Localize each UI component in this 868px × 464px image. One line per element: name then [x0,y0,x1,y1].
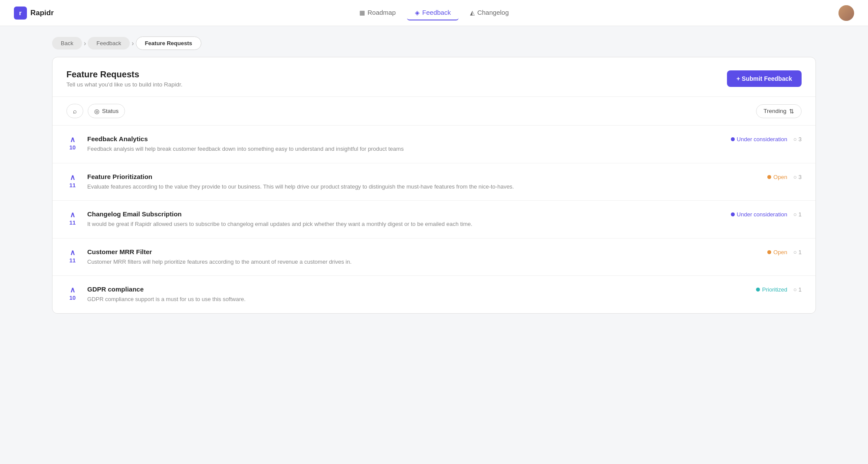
feedback-title: GDPR compliance [87,285,747,293]
search-icon [73,107,77,115]
upvote-button[interactable] [70,211,75,219]
status-dot [731,212,735,216]
feedback-description: Customer MRR filters will help prioritiz… [87,258,759,266]
vote-section: 10 [66,135,79,151]
upvote-button[interactable] [70,249,75,256]
comment-number: 1 [799,211,802,218]
status-text: Under consideration [737,136,787,143]
status-badge: Open [767,174,787,180]
app-name: Rapidr [30,9,54,17]
vote-count: 10 [69,144,76,151]
status-text: Under consideration [737,211,787,218]
status-filter-label: Status [102,108,118,114]
changelog-icon [470,9,475,16]
feedback-title: Feedback Analytics [87,135,722,143]
feedback-meta: Open ○ 1 [767,248,802,255]
roadmap-icon [359,9,365,16]
comment-number: 1 [799,286,802,293]
card-header-text: Feature Requests Tell us what you'd like… [66,70,182,88]
feedback-body: GDPR compliance GDPR compliance support … [87,285,747,304]
feature-requests-card: Feature Requests Tell us what you'd like… [52,57,816,314]
feedback-item[interactable]: 10 Feedback Analytics Feedback analysis … [53,126,815,163]
filters-left: Status [66,104,125,118]
status-dot [767,175,771,179]
vote-section: 11 [66,248,79,264]
breadcrumb-feature-requests[interactable]: Feature Requests [136,36,201,50]
nav-changelog-label: Changelog [477,9,509,16]
sort-icon: ⇅ [789,108,794,115]
nav-roadmap-label: Roadmap [368,9,396,16]
feedback-body: Feedback Analytics Feedback analysis wil… [87,135,722,153]
feedback-description: It would be great if Rapidr allowed user… [87,220,722,229]
feedback-title: Customer MRR Filter [87,248,759,255]
comment-number: 3 [799,136,802,143]
search-button[interactable] [66,104,83,118]
main-content: Feature Requests Tell us what you'd like… [0,57,868,314]
comment-count: ○ 3 [793,136,802,143]
navbar: r Rapidr Roadmap Feedback Changelog [0,0,868,26]
feedback-meta: Under consideration ○ 1 [731,210,802,218]
status-badge: Prioritized [756,286,787,293]
upvote-button[interactable] [70,286,75,294]
comment-icon: ○ [793,286,797,293]
vote-count: 11 [69,257,76,264]
comment-number: 1 [799,249,802,255]
status-badge: Under consideration [731,136,787,143]
status-dot [756,288,760,292]
status-dot [731,137,735,141]
breadcrumb-arrow-1: › [84,40,86,47]
feedback-description: Evaluate features according to the value… [87,182,759,191]
status-badge: Under consideration [731,211,787,218]
sort-label: Trending [763,108,786,114]
status-dot [767,250,771,254]
nav-feedback-label: Feedback [422,9,451,16]
upvote-button[interactable] [70,136,75,143]
nav-changelog[interactable]: Changelog [462,5,517,20]
sort-button[interactable]: Trending ⇅ [756,104,802,118]
feedback-item[interactable]: 11 Changelog Email Subscription It would… [53,201,815,239]
comment-icon: ○ [793,136,797,143]
vote-count: 10 [69,295,76,301]
app-logo[interactable]: r Rapidr [14,7,54,20]
card-header: Feature Requests Tell us what you'd like… [53,57,815,97]
breadcrumb-arrow-2: › [132,40,134,47]
page-subtitle: Tell us what you'd like us to build into… [66,81,182,88]
feedback-description: Feedback analysis will help break custom… [87,145,722,153]
feedback-meta: Under consideration ○ 3 [731,135,802,143]
status-text: Prioritized [762,286,787,293]
comment-count: ○ 1 [793,211,802,218]
feedback-item[interactable]: 11 Customer MRR Filter Customer MRR filt… [53,239,815,276]
status-text: Open [773,174,787,180]
status-text: Open [773,249,787,255]
avatar[interactable] [838,5,854,21]
feedback-title: Feature Prioritization [87,173,759,180]
comment-icon: ○ [793,174,797,180]
submit-feedback-button[interactable]: + Submit Feedback [727,70,802,87]
feedback-meta: Prioritized ○ 1 [756,285,802,293]
status-filter-button[interactable]: Status [88,104,125,118]
vote-section: 11 [66,210,79,226]
avatar-image [838,5,854,21]
upvote-button[interactable] [70,174,75,181]
vote-section: 11 [66,173,79,189]
feedback-body: Changelog Email Subscription It would be… [87,210,722,229]
page-title: Feature Requests [66,70,182,80]
nav-roadmap[interactable]: Roadmap [352,5,404,20]
breadcrumb-back[interactable]: Back [52,37,82,50]
feedback-meta: Open ○ 3 [767,173,802,180]
comment-count: ○ 3 [793,174,802,180]
vote-count: 11 [69,182,76,189]
filters-row: Status Trending ⇅ [53,97,815,126]
nav-feedback[interactable]: Feedback [407,5,459,20]
breadcrumb-feedback[interactable]: Feedback [88,37,130,50]
logo-icon: r [14,7,27,20]
status-badge: Open [767,249,787,255]
feedback-item[interactable]: 10 GDPR compliance GDPR compliance suppo… [53,276,815,313]
breadcrumb: Back › Feedback › Feature Requests [0,26,868,57]
comment-count: ○ 1 [793,286,802,293]
comment-number: 3 [799,174,802,180]
feedback-item[interactable]: 11 Feature Prioritization Evaluate featu… [53,163,815,201]
feedback-body: Customer MRR Filter Customer MRR filters… [87,248,759,266]
nav-items: Roadmap Feedback Changelog [352,5,516,20]
feedback-description: GDPR compliance support is a must for us… [87,295,747,304]
